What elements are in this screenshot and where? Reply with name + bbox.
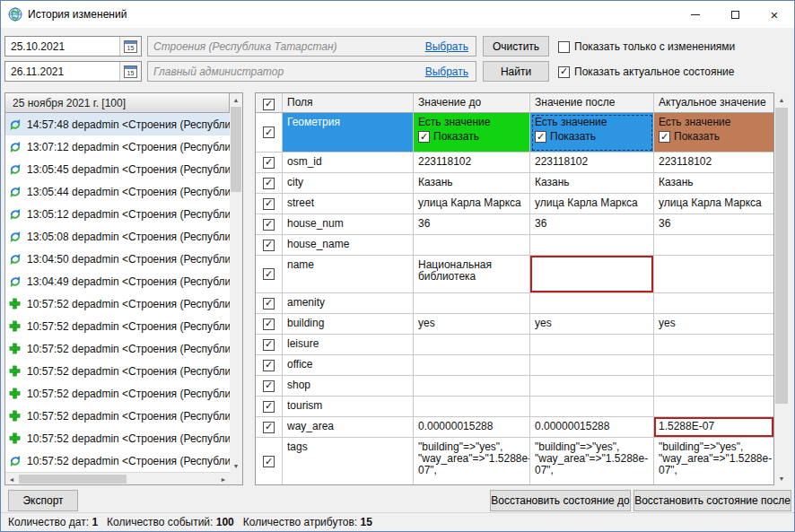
show-geometry-actual-checkbox[interactable]: Показать xyxy=(659,131,770,143)
table-row-amenity[interactable]: amenity xyxy=(256,293,773,314)
table-row-osm_id[interactable]: osm_id223118102223118102223118102 xyxy=(256,153,773,173)
maximize-button[interactable] xyxy=(715,1,755,28)
scroll-right-icon[interactable]: ► xyxy=(217,473,230,485)
event-list-item[interactable]: 10:57:52 depadmin <Строения (Республика … xyxy=(5,382,230,405)
date-from-calendar-button[interactable]: 15 xyxy=(119,37,141,56)
value-before-cell[interactable]: 0.00000015288 xyxy=(414,417,530,438)
row-checkbox[interactable] xyxy=(263,360,275,371)
date-from-field[interactable]: 25.10.2021 15 xyxy=(4,36,142,57)
row-checkbox[interactable] xyxy=(263,198,275,210)
row-checkbox[interactable] xyxy=(263,318,275,330)
row-checkbox[interactable] xyxy=(263,456,275,467)
geometry-actual-cell[interactable]: Есть значение Показать xyxy=(654,113,773,153)
field-name-cell[interactable]: leisure xyxy=(283,335,414,355)
export-button[interactable]: Экспорт xyxy=(8,490,78,511)
scroll-left-icon[interactable]: ◄ xyxy=(5,473,18,485)
scroll-up-icon[interactable]: ▲ xyxy=(774,92,789,107)
geometry-before-cell[interactable]: Есть значение Показать xyxy=(414,113,530,153)
field-name-cell[interactable]: city xyxy=(283,173,414,194)
minimize-button[interactable] xyxy=(676,1,715,28)
event-list-item[interactable]: 10:57:52 depadmin <Строения (Республика … xyxy=(5,337,230,360)
show-geometry-after-checkbox[interactable]: Показать xyxy=(535,131,650,143)
date-to-field[interactable]: 26.11.2021 15 xyxy=(4,61,142,82)
value-after-cell[interactable] xyxy=(530,355,654,376)
clear-button[interactable]: Очистить xyxy=(483,36,549,57)
event-list-item[interactable]: 10:57:52 depadmin <Строения (Республика … xyxy=(5,405,230,427)
event-list-item[interactable]: 10:57:52 depadmin <Строения (Республика … xyxy=(5,292,230,315)
value-after-cell[interactable]: улица Карла Маркса xyxy=(530,194,654,214)
value-actual-cell[interactable]: "building"=>"yes", "way_area"=>"1.5288e-… xyxy=(654,438,773,485)
value-after-cell[interactable]: 36 xyxy=(530,214,654,235)
table-row-tags[interactable]: tags"building"=>"yes", "way_area"=>"1.52… xyxy=(256,438,773,485)
show-geometry-before-checkbox[interactable]: Показать xyxy=(418,131,526,143)
value-after-cell[interactable] xyxy=(530,335,654,355)
value-after-cell[interactable]: "building"=>"yes", "way_area"=>"1.5288e-… xyxy=(530,438,654,485)
row-checkbox[interactable] xyxy=(263,298,275,310)
event-list-item[interactable]: 10:57:52 depadmin <Строения (Республика … xyxy=(5,315,230,337)
field-name-cell[interactable]: house_num xyxy=(283,214,414,235)
field-name-cell[interactable]: house_name xyxy=(283,235,414,256)
event-list-item[interactable]: 13:05:44 depadmin <Строения (Республика … xyxy=(5,180,230,203)
value-before-cell[interactable]: 36 xyxy=(414,214,530,235)
row-checkbox[interactable] xyxy=(263,339,275,351)
scrollbar-thumb[interactable] xyxy=(231,107,241,192)
event-list-item[interactable]: 13:05:08 depadmin <Строения (Республика … xyxy=(5,225,230,248)
table-row-name[interactable]: nameНациональная библиотека xyxy=(256,256,773,293)
row-checkbox[interactable] xyxy=(263,219,275,231)
table-row-house_name[interactable]: house_name xyxy=(256,235,773,256)
value-actual-cell[interactable] xyxy=(654,376,773,397)
field-name-cell[interactable]: tourism xyxy=(283,397,414,417)
value-actual-cell[interactable] xyxy=(654,397,773,417)
value-actual-cell[interactable] xyxy=(654,335,773,355)
table-row-office[interactable]: office xyxy=(256,355,773,376)
table-row-geometry[interactable]: Геометрия Есть значение Показать Есть зн… xyxy=(256,113,773,153)
field-name-cell[interactable]: name xyxy=(283,256,414,293)
field-name-cell[interactable]: Геометрия xyxy=(283,113,414,153)
table-row-shop[interactable]: shop xyxy=(256,376,773,397)
event-list-item[interactable]: 10:57:52 depadmin <Строения (Республика … xyxy=(5,360,230,382)
value-before-cell[interactable] xyxy=(414,235,530,256)
value-before-cell[interactable]: "building"=>"yes", "way_area"=>"1.5288e-… xyxy=(414,438,530,485)
event-list-item[interactable]: 13:04:49 depadmin <Строения (Республика … xyxy=(5,270,230,292)
value-after-cell[interactable]: yes xyxy=(530,314,654,335)
close-button[interactable]: × xyxy=(755,1,794,28)
event-list-item[interactable]: 13:07:12 depadmin <Строения (Республика … xyxy=(5,135,230,158)
scrollbar-thumb[interactable] xyxy=(775,108,788,404)
row-checkbox[interactable] xyxy=(263,422,275,433)
event-list-item[interactable]: 10:57:52 depadmin <Строения (Республика … xyxy=(5,449,230,472)
value-actual-cell[interactable] xyxy=(654,235,773,256)
events-vertical-scrollbar[interactable]: ▲ ▼ xyxy=(230,93,242,472)
events-horizontal-scrollbar[interactable]: ◄ ► xyxy=(5,472,230,484)
value-after-cell[interactable] xyxy=(530,235,654,256)
user-field[interactable]: Главный администратор Выбрать xyxy=(147,61,476,82)
event-list-item[interactable]: 13:05:12 depadmin <Строения (Республика … xyxy=(5,203,230,225)
select-all-checkbox[interactable] xyxy=(263,99,275,110)
column-header-fields[interactable]: Поля xyxy=(283,93,414,113)
event-list-item[interactable]: 13:05:45 depadmin <Строения (Республика … xyxy=(5,158,230,180)
row-checkbox[interactable] xyxy=(263,126,275,138)
scroll-down-icon[interactable]: ▼ xyxy=(774,471,789,485)
restore-before-button[interactable]: Восстановить состояние до xyxy=(490,490,631,511)
event-list-item[interactable]: 14:57:48 depadmin <Строения (Республика … xyxy=(5,113,230,135)
event-list-item[interactable]: 10:57:52 depadmin <Строения (Республика … xyxy=(5,427,230,449)
value-actual-cell[interactable]: Казань xyxy=(654,173,773,194)
row-checkbox[interactable] xyxy=(263,268,275,280)
table-row-leisure[interactable]: leisure xyxy=(256,335,773,355)
value-before-cell[interactable]: yes xyxy=(414,314,530,335)
field-name-cell[interactable]: shop xyxy=(283,376,414,397)
restore-after-button[interactable]: Восстановить состояние после xyxy=(633,490,791,511)
value-actual-cell[interactable]: 223118102 xyxy=(654,153,773,173)
find-button[interactable]: Найти xyxy=(483,61,549,82)
value-before-cell[interactable] xyxy=(414,397,530,417)
value-after-cell[interactable]: 223118102 xyxy=(530,153,654,173)
field-name-cell[interactable]: street xyxy=(283,194,414,214)
layer-field[interactable]: Строения (Республика Татарстан) Выбрать xyxy=(147,36,476,57)
value-before-cell[interactable]: улица Карла Маркса xyxy=(414,194,530,214)
only-changes-checkbox[interactable]: Показать только с изменениями xyxy=(558,40,735,53)
value-actual-cell[interactable]: 36 xyxy=(654,214,773,235)
table-vertical-scrollbar[interactable]: ▲ ▼ xyxy=(774,92,789,485)
value-after-cell[interactable] xyxy=(530,293,654,314)
field-name-cell[interactable]: building xyxy=(283,314,414,335)
value-actual-cell[interactable]: улица Карла Маркса xyxy=(654,194,773,214)
field-name-cell[interactable]: tags xyxy=(283,438,414,485)
